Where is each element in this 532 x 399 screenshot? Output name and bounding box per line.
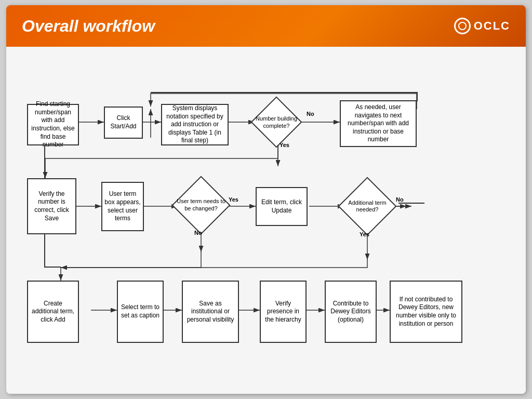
box-contribute-dewey: Contribute to Dewey Editors (optional) [325, 281, 377, 343]
oclc-logo: OCLC [454, 18, 510, 34]
label-no-d1: No [307, 111, 314, 117]
flowchart: Find starting number/span with add instr… [17, 55, 515, 386]
box-verify-number: Verify the number is correct, click Save [27, 178, 76, 234]
label-no-d3: No [396, 196, 404, 203]
slide-title: Overall workflow [22, 17, 155, 36]
slide-container: Overall workflow OCLC [6, 5, 526, 394]
box-user-term-box: User term box appears, select user terms [101, 182, 144, 231]
diamond-user-term: User term needs to be changed? [172, 180, 230, 230]
header: Overall workflow OCLC [6, 5, 526, 47]
diamond-additional-term: Additional term needed? [339, 180, 396, 232]
box-click-start: Click Start/Add [104, 107, 143, 139]
box-create-term: Create additional term, click Add [27, 281, 79, 343]
box-system-displays: System displays notation specified by ad… [161, 104, 229, 145]
box-select-term: Select term to set as caption [117, 281, 164, 343]
box-find-starting: Find starting number/span with add instr… [27, 104, 79, 145]
box-navigate-next: As needed, user navigates to next number… [340, 100, 417, 147]
diagram-area: Find starting number/span with add instr… [6, 47, 526, 394]
label-yes-d1: Yes [280, 142, 289, 148]
label-no-d2: No [194, 230, 202, 236]
oclc-logo-inner [458, 22, 467, 30]
label-yes-d3: Yes [360, 231, 369, 237]
box-verify-presence: Verify presence in the hierarchy [260, 281, 307, 343]
row2-row3-v [44, 234, 45, 267]
diamond-number-building: Number building complete? [248, 101, 305, 143]
no-line-d3 [398, 203, 424, 204]
box-not-contributed: If not contributed to Dewey Editors, new… [390, 281, 462, 343]
label-yes-d2: Yes [229, 196, 238, 203]
oclc-logo-text: OCLC [474, 19, 510, 33]
box-edit-term: Edit term, click Update [256, 187, 308, 226]
oclc-logo-circle [454, 18, 471, 34]
top-return-right [417, 92, 418, 101]
row1-row2-left-line [44, 145, 45, 179]
top-return-line [151, 92, 417, 93]
box-save-institutional: Save as institutional or personal visibi… [182, 281, 239, 343]
row2-row3-h [44, 267, 61, 268]
